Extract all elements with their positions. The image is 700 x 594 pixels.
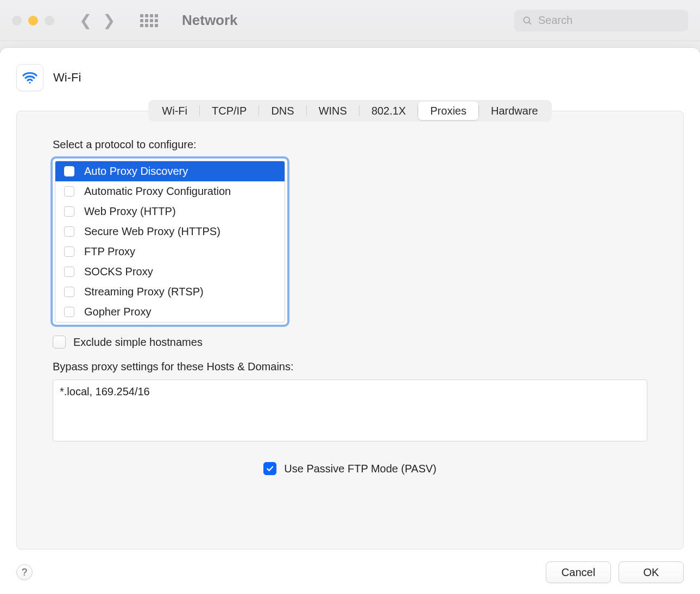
forward-button[interactable]: ❯ [103, 11, 115, 29]
tab-proxies[interactable]: Proxies [418, 102, 478, 120]
connection-name: Wi-Fi [53, 71, 81, 85]
search-placeholder: Search [538, 14, 572, 27]
exclude-simple-hostnames-checkbox[interactable] [53, 336, 66, 349]
protocol-row[interactable]: Gopher Proxy [55, 302, 285, 322]
protocol-label: SOCKS Proxy [84, 266, 153, 278]
exclude-simple-hostnames-row[interactable]: Exclude simple hostnames [53, 336, 647, 349]
nav-arrows: ❮ ❯ [79, 11, 115, 29]
protocol-row[interactable]: FTP Proxy [55, 242, 285, 262]
protocol-row[interactable]: Secure Web Proxy (HTTPS) [55, 222, 285, 242]
protocol-label: Auto Proxy Discovery [84, 165, 188, 178]
tab-wins[interactable]: WINS [307, 102, 359, 120]
protocol-checkbox[interactable] [64, 166, 74, 176]
protocol-checkbox[interactable] [64, 247, 74, 257]
protocol-list-focus-ring: Auto Proxy DiscoveryAutomatic Proxy Conf… [53, 159, 287, 325]
protocol-checkbox[interactable] [64, 186, 74, 197]
protocol-checkbox[interactable] [64, 226, 74, 237]
protocol-row[interactable]: SOCKS Proxy [55, 262, 285, 282]
svg-line-1 [529, 22, 531, 24]
protocol-label: FTP Proxy [84, 245, 135, 258]
protocol-checkbox[interactable] [64, 267, 74, 277]
tab-hardware[interactable]: Hardware [479, 102, 550, 120]
svg-point-2 [29, 82, 30, 84]
window-minimize-button[interactable] [28, 16, 38, 26]
protocol-checkbox[interactable] [64, 206, 74, 217]
search-icon [522, 15, 533, 26]
advanced-sheet: Wi-Fi Wi-FiTCP/IPDNSWINS802.1XProxiesHar… [0, 48, 700, 594]
help-button[interactable]: ? [16, 564, 33, 580]
protocol-label: Web Proxy (HTTP) [84, 205, 176, 218]
protocol-label: Gopher Proxy [84, 306, 151, 318]
sheet-footer: ? Cancel OK [16, 561, 684, 583]
passive-ftp-checkbox[interactable] [263, 462, 276, 475]
protocol-row[interactable]: Auto Proxy Discovery [55, 161, 285, 181]
toolbar-title: Network [182, 12, 238, 29]
exclude-simple-hostnames-label: Exclude simple hostnames [73, 336, 203, 349]
protocol-label: Automatic Proxy Configuration [84, 185, 231, 198]
protocol-select-label: Select a protocol to configure: [53, 138, 647, 151]
show-all-icon[interactable] [140, 14, 158, 27]
protocol-label: Secure Web Proxy (HTTPS) [84, 225, 220, 238]
protocol-checkbox[interactable] [64, 307, 74, 317]
window-close-button[interactable] [12, 16, 22, 26]
tab-wifi[interactable]: Wi-Fi [150, 102, 199, 120]
tab-dns[interactable]: DNS [259, 102, 306, 120]
tab-tcpip[interactable]: TCP/IP [200, 102, 258, 120]
passive-ftp-label: Use Passive FTP Mode (PASV) [284, 463, 436, 475]
bypass-label: Bypass proxy settings for these Hosts & … [53, 361, 647, 373]
protocol-row[interactable]: Web Proxy (HTTP) [55, 201, 285, 222]
connection-header: Wi-Fi [16, 64, 684, 91]
bypass-textarea[interactable] [53, 380, 647, 441]
sheet-backdrop: Wi-Fi Wi-FiTCP/IPDNSWINS802.1XProxiesHar… [0, 41, 700, 594]
protocol-checkbox[interactable] [64, 287, 74, 297]
protocol-row[interactable]: Streaming Proxy (RTSP) [55, 282, 285, 302]
window-controls [12, 16, 54, 26]
back-button[interactable]: ❮ [79, 11, 92, 29]
protocol-label: Streaming Proxy (RTSP) [84, 286, 204, 298]
protocol-list[interactable]: Auto Proxy DiscoveryAutomatic Proxy Conf… [55, 161, 285, 323]
svg-point-0 [524, 17, 529, 23]
passive-ftp-row[interactable]: Use Passive FTP Mode (PASV) [53, 462, 647, 475]
tab-bar: Wi-FiTCP/IPDNSWINS802.1XProxiesHardware [148, 100, 551, 122]
toolbar: ❮ ❯ Network Search [0, 0, 700, 41]
cancel-button[interactable]: Cancel [546, 561, 611, 583]
search-field[interactable]: Search [514, 10, 688, 31]
wifi-icon [16, 64, 43, 91]
window-zoom-button[interactable] [45, 16, 54, 26]
tab-8021x[interactable]: 802.1X [360, 102, 418, 120]
ok-button[interactable]: OK [619, 561, 684, 583]
protocol-row[interactable]: Automatic Proxy Configuration [55, 181, 285, 201]
proxies-panel: Select a protocol to configure: Auto Pro… [16, 111, 684, 549]
